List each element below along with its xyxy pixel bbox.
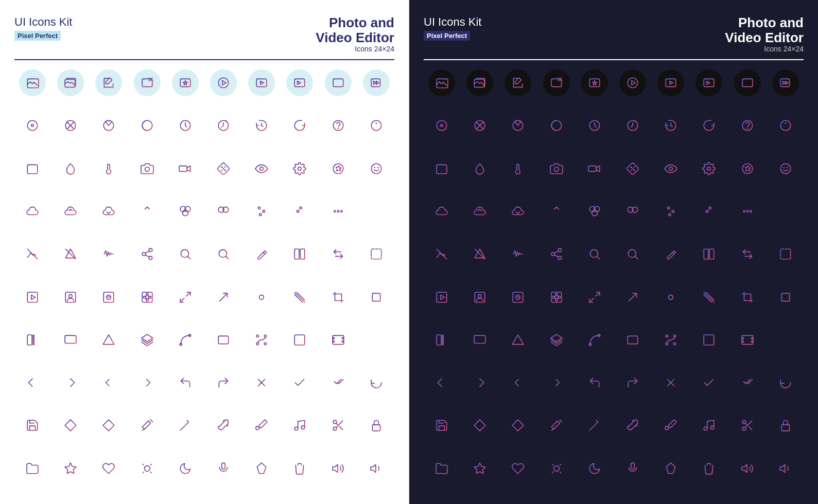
svg-point-57	[374, 167, 375, 168]
svg-point-44	[221, 167, 222, 167]
icon-redo	[210, 369, 237, 396]
svg-point-337	[666, 335, 668, 337]
icon-triangle-cross	[466, 241, 493, 267]
icon-smile	[363, 155, 390, 182]
svg-point-376	[553, 465, 559, 471]
svg-rect-5	[180, 79, 190, 87]
light-right-title: Photo andVideo Editor	[316, 15, 394, 45]
icon-music	[695, 412, 722, 439]
icon-image-remove	[543, 69, 570, 96]
icon-arrow-right	[57, 369, 84, 396]
svg-rect-348	[751, 341, 753, 342]
icon-cloud	[428, 198, 455, 225]
icon-empty	[363, 327, 390, 353]
icon-thermometer	[95, 155, 122, 182]
icon-film-strip	[734, 327, 761, 353]
svg-rect-321	[781, 293, 789, 301]
icon-play-stop	[325, 69, 352, 96]
svg-point-52	[338, 166, 339, 167]
svg-marker-41	[187, 166, 190, 171]
icon-panel-dashed	[772, 241, 799, 267]
svg-point-47	[221, 170, 222, 170]
icon-layers-circle	[581, 198, 608, 225]
svg-rect-346	[742, 341, 743, 342]
svg-line-285	[554, 255, 558, 257]
icon-brush	[657, 412, 684, 439]
icon-clock	[581, 112, 608, 139]
icon-bezier	[248, 327, 275, 353]
icon-half-circle	[543, 112, 570, 139]
icon-magic-wand	[581, 412, 608, 439]
dark-header: UI Icons Kit Pixel Perfect Photo andVide…	[424, 15, 804, 60]
svg-line-184	[151, 472, 152, 473]
icon-bandage	[210, 155, 237, 182]
icon-grid	[695, 327, 722, 353]
svg-rect-189	[222, 463, 225, 469]
svg-line-379	[552, 464, 553, 465]
svg-point-368	[711, 426, 715, 430]
svg-point-49	[298, 167, 302, 171]
icon-play-alt	[657, 69, 684, 96]
svg-point-306	[555, 293, 558, 295]
icon-volume	[325, 455, 352, 482]
icon-curve	[581, 327, 608, 353]
icon-image-remove	[134, 69, 161, 96]
icon-music	[286, 412, 313, 439]
svg-rect-128	[65, 335, 76, 343]
icon-arrow-swap	[734, 241, 761, 267]
svg-line-122	[295, 292, 305, 302]
icon-zoom-out	[210, 241, 237, 267]
svg-rect-150	[333, 341, 334, 342]
icon-square	[772, 284, 799, 311]
icon-play-frame	[19, 284, 46, 311]
icon-half-circle	[134, 112, 161, 139]
icon-diamond-sparkle	[95, 412, 122, 439]
icon-arrow-left	[428, 369, 455, 396]
icon-star	[466, 455, 493, 482]
icon-close	[248, 369, 275, 396]
icon-lines	[695, 284, 722, 311]
svg-rect-204	[666, 79, 676, 87]
icon-calendar	[19, 155, 46, 182]
icon-undo	[581, 369, 608, 396]
svg-marker-179	[65, 463, 76, 474]
icon-arrow-diagonal	[619, 284, 646, 311]
icon-circle	[19, 112, 46, 139]
svg-point-308	[552, 296, 554, 298]
svg-point-111	[146, 299, 148, 301]
icon-scissors	[734, 412, 761, 439]
icon-close	[657, 369, 684, 396]
icon-triangle	[504, 327, 531, 353]
light-icons-grid	[14, 69, 394, 494]
svg-point-242	[634, 167, 635, 167]
icon-image	[19, 69, 46, 96]
svg-marker-328	[551, 334, 562, 341]
dark-header-left: UI Icons Kit Pixel Perfect	[424, 15, 481, 41]
svg-point-113	[149, 296, 151, 298]
icon-moon	[172, 455, 199, 482]
svg-point-55	[336, 170, 337, 171]
svg-line-114	[186, 292, 190, 296]
icon-panels	[286, 241, 313, 267]
svg-point-46	[225, 167, 225, 167]
icon-undo	[172, 369, 199, 396]
svg-rect-143	[295, 335, 305, 345]
icon-moon	[581, 455, 608, 482]
icon-eye	[248, 155, 275, 182]
icon-lock	[772, 412, 799, 439]
svg-point-58	[378, 167, 378, 168]
icon-save	[428, 412, 455, 439]
svg-line-166	[150, 420, 152, 422]
icon-trash	[695, 455, 722, 482]
icon-play-next	[695, 69, 722, 96]
svg-rect-10	[295, 79, 305, 87]
svg-point-109	[145, 295, 149, 299]
svg-marker-391	[780, 464, 785, 472]
svg-marker-299	[441, 295, 445, 299]
svg-rect-347	[751, 338, 753, 339]
svg-line-362	[560, 420, 562, 422]
icon-zoom-in	[172, 241, 199, 267]
icon-gear	[695, 155, 722, 182]
icon-redo	[619, 369, 646, 396]
svg-rect-102	[27, 292, 38, 302]
